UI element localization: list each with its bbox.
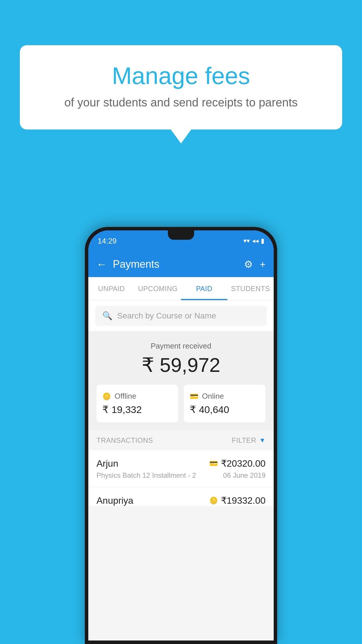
status-icons: ▾▾ ◂◂ ▮: [243, 237, 264, 245]
add-icon[interactable]: +: [260, 259, 266, 270]
student-name: Arjun: [96, 458, 118, 469]
app-header: ← Payments ⚙ +: [88, 251, 274, 277]
filter-container[interactable]: FILTER ▼: [232, 436, 266, 444]
course-info: Physics Batch 12 Installment - 2: [96, 471, 196, 480]
header-left: ← Payments: [96, 258, 159, 270]
search-input[interactable]: Search by Course or Name: [117, 311, 216, 321]
cash-icon: 🪙: [102, 392, 111, 400]
bubble-title: Manage fees: [43, 63, 319, 89]
phone-frame: 14:29 ▾▾ ◂◂ ▮ ← Payments ⚙ + UNPAID: [85, 227, 277, 644]
online-card: 💳 Online ₹ 40,640: [184, 385, 266, 422]
online-amount: ₹ 40,640: [190, 404, 229, 415]
search-box[interactable]: 🔍 Search by Course or Name: [95, 306, 267, 326]
bubble-subtitle: of your students and send receipts to pa…: [43, 96, 319, 109]
tabs-bar: UNPAID UPCOMING PAID STUDENTS: [88, 277, 274, 300]
transactions-label: TRANSACTIONS: [96, 436, 153, 444]
tab-students[interactable]: STUDENTS: [227, 277, 274, 300]
speech-bubble-container: Manage fees of your students and send re…: [20, 45, 342, 130]
transaction-date: 06 June 2019: [223, 471, 266, 480]
offline-card: 🪙 Offline ₹ 19,332: [96, 385, 178, 422]
transaction-right-2: 🪙 ₹19332.00: [209, 495, 266, 506]
wifi-icon: ▾▾: [243, 237, 250, 245]
transaction-sub: Physics Batch 12 Installment - 2 06 June…: [96, 471, 266, 480]
payment-cards: 🪙 Offline ₹ 19,332 💳 Online ₹ 40,640: [96, 385, 266, 422]
transaction-amount: ₹20320.00: [221, 458, 266, 469]
card-payment-icon: 💳: [209, 459, 218, 468]
table-row[interactable]: Arjun 💳 ₹20320.00 Physics Batch 12 Insta…: [88, 450, 274, 487]
signal-icon: ◂◂: [252, 237, 259, 245]
transaction-right: 💳 ₹20320.00: [209, 458, 266, 469]
transaction-amount-2: ₹19332.00: [221, 495, 266, 506]
student-name-2: Anupriya: [96, 495, 133, 506]
search-container: 🔍 Search by Course or Name: [88, 300, 274, 331]
transaction-main-2: Anupriya 🪙 ₹19332.00: [96, 495, 266, 506]
offline-label: Offline: [115, 392, 136, 401]
transaction-main: Arjun 💳 ₹20320.00: [96, 458, 266, 469]
speech-bubble: Manage fees of your students and send re…: [20, 45, 342, 130]
payment-summary: Payment received ₹ 59,972 🪙 Offline ₹ 19…: [88, 331, 274, 430]
notch: [168, 230, 194, 240]
phone-screen: 14:29 ▾▾ ◂◂ ▮ ← Payments ⚙ + UNPAID: [88, 230, 274, 640]
table-row[interactable]: Anupriya 🪙 ₹19332.00: [88, 487, 274, 506]
transactions-header: TRANSACTIONS FILTER ▼: [88, 430, 274, 450]
gear-icon[interactable]: ⚙: [244, 258, 253, 270]
status-time: 14:29: [98, 237, 117, 246]
tab-paid[interactable]: PAID: [181, 277, 227, 300]
payment-total-amount: ₹ 59,972: [96, 354, 266, 377]
status-bar: 14:29 ▾▾ ◂◂ ▮: [88, 230, 274, 251]
online-card-top: 💳 Online: [190, 392, 224, 401]
page-title: Payments: [113, 258, 159, 270]
filter-label: FILTER: [232, 436, 256, 444]
tab-upcoming[interactable]: UPCOMING: [135, 277, 181, 300]
header-right: ⚙ +: [244, 258, 266, 270]
payment-received-label: Payment received: [96, 342, 266, 351]
battery-icon: ▮: [261, 237, 264, 245]
search-icon: 🔍: [102, 311, 113, 321]
back-button[interactable]: ←: [96, 259, 107, 270]
offline-amount: ₹ 19,332: [102, 404, 142, 415]
cash-payment-icon: 🪙: [209, 496, 218, 505]
tab-unpaid[interactable]: UNPAID: [88, 277, 135, 300]
online-label: Online: [202, 392, 224, 401]
offline-card-top: 🪙 Offline: [102, 392, 136, 401]
card-icon: 💳: [190, 392, 198, 400]
filter-icon: ▼: [259, 437, 266, 444]
